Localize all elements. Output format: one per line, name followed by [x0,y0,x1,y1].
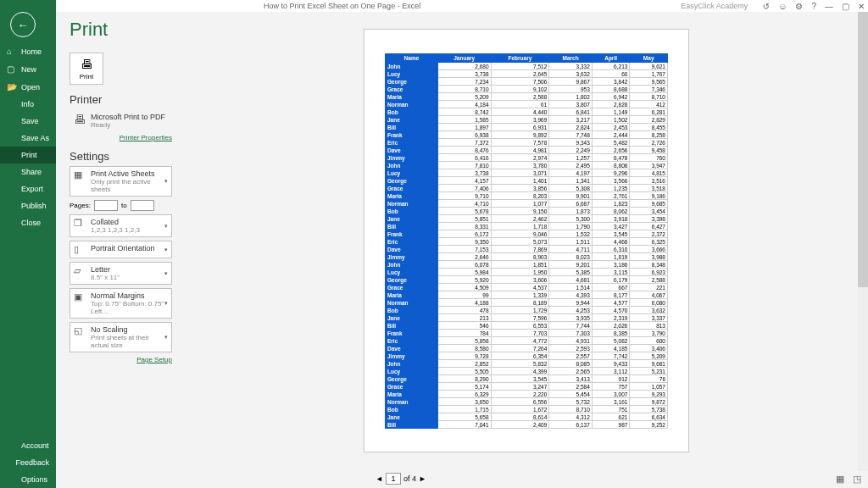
sidebar-item-options[interactable]: Options [0,471,56,488]
chevron-down-icon: ▾ [164,334,168,341]
close-icon[interactable]: ✕ [858,2,865,11]
page-setup-link[interactable]: Page Setup [70,356,172,363]
sidebar-item-publish[interactable]: Publish [0,197,56,214]
margins-selector[interactable]: ▣ Normal MarginsTop: 0.75" Bottom: 0.75"… [70,288,172,319]
sidebar-item-export[interactable]: Export [0,180,56,197]
open-icon: 📂 [7,82,17,92]
chevron-down-icon: ▾ [164,247,168,253]
sidebar-item-print[interactable]: Print [0,147,56,164]
chevron-down-icon: ▾ [164,223,168,230]
maximize-icon[interactable]: ▢ [842,2,849,11]
page-number-input[interactable] [386,473,401,485]
next-page-button[interactable]: ► [419,474,426,483]
printer-section-label: Printer [70,93,172,106]
back-button[interactable]: ← [10,12,36,37]
app-title: How to Print Excel Sheet on One Page - E… [3,2,681,10]
vertical-scrollbar[interactable] [858,12,868,471]
orientation-selector[interactable]: ▯ Portrait Orientation ▾ [70,241,172,258]
minimize-icon[interactable]: — [825,2,833,11]
help-icon[interactable]: ? [811,2,816,11]
collation-selector[interactable]: ❐ Collated1,2,3 1,2,3 1,2,3 ▾ [70,214,172,237]
sheets-icon: ▦ [74,169,86,180]
paper-size-selector[interactable]: ▱ Letter8.5" x 11" ▾ [70,262,172,285]
printer-properties-link[interactable]: Printer Properties [70,134,172,141]
sidebar-item-feedback[interactable]: Feedback [0,454,56,471]
page-count-label: of 4 [403,474,416,483]
paper-icon: ▱ [74,265,86,276]
show-margins-button[interactable]: ▦ [836,474,844,485]
sidebar-item-account[interactable]: Account [0,437,56,454]
sidebar-item-new[interactable]: ▢New [0,60,56,78]
sidebar-item-save[interactable]: Save [0,113,56,130]
sidebar-item-share[interactable]: Share [0,164,56,180]
collate-icon: ❐ [74,218,86,229]
print-button[interactable]: 🖶 Print [70,53,103,85]
pages-from-input[interactable] [94,200,118,211]
pages-label: Pages: [70,202,91,209]
brand-label: EasyClick Academy [681,2,748,10]
margins-icon: ▣ [74,291,86,302]
gear-icon[interactable]: ⚙ [795,2,803,11]
chevron-down-icon: ▾ [164,300,168,307]
smile-icon[interactable]: ☺ [778,2,787,11]
page-title: Print [70,19,172,41]
scaling-selector[interactable]: ◱ No ScalingPrint sheets at their actual… [70,322,172,352]
chevron-down-icon: ▾ [164,178,168,185]
sidebar-item-home[interactable]: ⌂Home [0,42,56,60]
print-preview-page: NameJanuaryFebruaryMarchAprilMayJohn2,68… [364,29,689,452]
sidebar-item-info[interactable]: Info [0,96,56,113]
print-what-selector[interactable]: ▦ Print Active SheetsOnly print the acti… [70,166,172,197]
prev-page-button[interactable]: ◄ [376,474,383,483]
sidebar-item-close[interactable]: Close [0,214,56,231]
new-icon: ▢ [7,64,17,74]
orientation-icon: ▯ [74,244,86,255]
settings-section-label: Settings [70,150,172,163]
printer-icon: 🖶 [81,57,93,71]
chevron-down-icon: ▾ [164,270,168,277]
pages-to-input[interactable] [131,200,154,211]
zoom-to-page-button[interactable]: ◳ [853,474,861,485]
printer-selector[interactable]: 🖶 Microsoft Print to PDF Ready [70,109,172,132]
backstage-sidebar: ← ⌂Home▢New📂OpenInfoSaveSave AsPrintShar… [0,0,56,488]
sidebar-item-saveas[interactable]: Save As [0,130,56,147]
scaling-icon: ◱ [74,325,86,336]
preview-table: NameJanuaryFebruaryMarchAprilMayJohn2,68… [385,53,668,429]
refresh-icon[interactable]: ↻ [763,2,770,11]
printer-icon: 🖶 [74,113,86,126]
home-icon: ⌂ [7,47,17,56]
sidebar-item-open[interactable]: 📂Open [0,78,56,96]
